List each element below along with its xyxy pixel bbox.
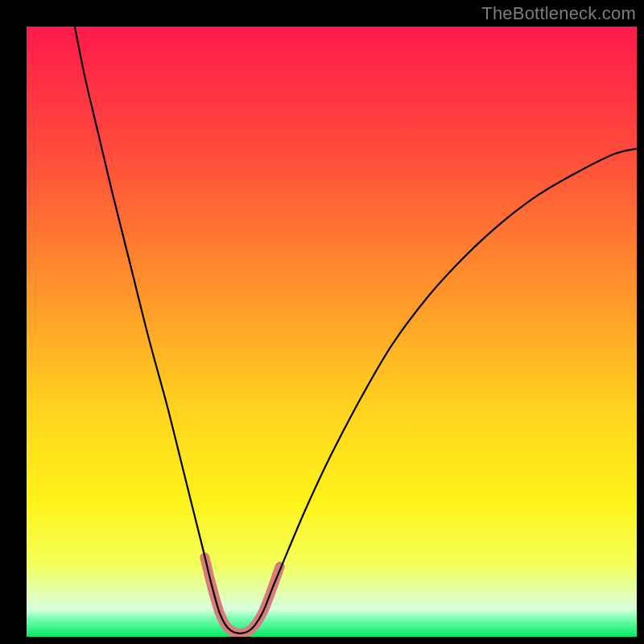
chart-frame: TheBottleneck.com [0,0,644,644]
chart-plot-area [27,27,637,637]
watermark-text: TheBottleneck.com [481,3,636,24]
chart-background-gradient [27,27,637,637]
chart-svg [27,27,637,637]
